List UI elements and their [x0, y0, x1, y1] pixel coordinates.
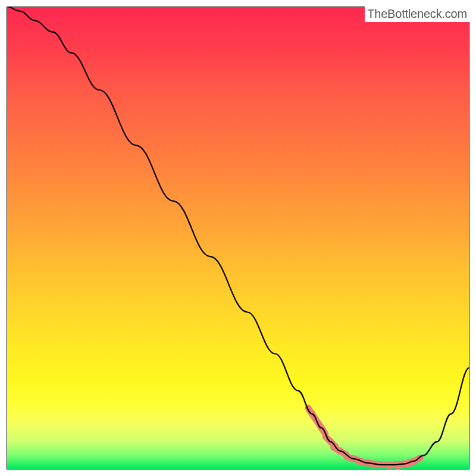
watermark-label: TheBottleneck.com [365, 7, 469, 22]
curve-layer [7, 7, 469, 469]
chart-stage: TheBottleneck.com [0, 0, 476, 476]
highlight-group [308, 408, 421, 469]
bottleneck-curve [7, 7, 469, 465]
